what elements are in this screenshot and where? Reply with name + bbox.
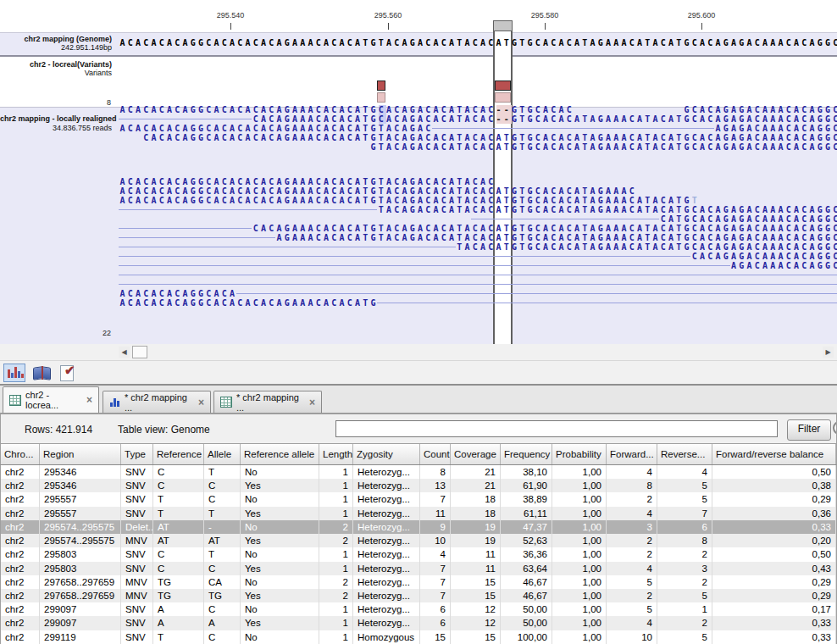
- column-header[interactable]: Reference allele: [241, 444, 319, 464]
- reference-sequence-row: ACACACACAGGCACACACACAGAAACACACATGTACAGAC…: [119, 38, 837, 47]
- table-cell: TG: [153, 575, 204, 589]
- read-row[interactable]: CACAGAGACAAACACAGGC: [119, 252, 837, 261]
- close-tab-icon[interactable]: ×: [309, 397, 315, 408]
- read-row[interactable]: CACACAGGCACACACACAGAAACACACATGTACAGACACA…: [119, 133, 837, 142]
- tab-label: chr2 - locrea...: [25, 390, 80, 410]
- variant-marker[interactable]: [495, 80, 511, 91]
- table-cell: 13: [420, 479, 451, 492]
- column-header[interactable]: Allele: [204, 444, 241, 464]
- read-row[interactable]: TACACATGTGCACACATAGAAACATACATGCACAGAGACA…: [119, 242, 837, 252]
- tab-mapping-table[interactable]: * chr2 mapping ... ×: [213, 391, 322, 413]
- read-row[interactable]: ACACACACAGGCACACACACAGAAACACACATGTACAGAC…: [119, 177, 837, 186]
- book-view-icon[interactable]: [32, 364, 54, 382]
- tab-label: * chr2 mapping ...: [236, 392, 303, 413]
- selected-region-handle[interactable]: [493, 20, 513, 31]
- table-row[interactable]: chr2295574..295575MNVATATYes2Heterozyg..…: [1, 534, 836, 547]
- column-header[interactable]: Chro...: [1, 444, 40, 464]
- table-row[interactable]: chr2297658..297659MNVTGCANo2Heterozyg...…: [1, 575, 836, 589]
- table-cell: 5: [657, 630, 712, 644]
- table-row[interactable]: chr2295346SNVCCYes1Heterozyg...132161,90…: [1, 479, 836, 492]
- table-row[interactable]: chr2299119SNVTCNo1Homozygous1515100,001,…: [1, 630, 836, 644]
- table-cell: 6: [657, 520, 712, 534]
- read-row[interactable]: CACAGAAACACACATGCACAGACACATACAC--GTGCACA…: [119, 114, 837, 124]
- table-cell: 63,64: [501, 562, 552, 575]
- table-cell: 0,33: [712, 630, 836, 644]
- horizontal-scrollbar[interactable]: ◀ ▶: [0, 344, 837, 360]
- tab-mapping-chart[interactable]: * chr2 mapping ... ×: [103, 391, 211, 413]
- table-cell: 1,00: [552, 465, 607, 479]
- table-row[interactable]: chr2299097SNVACNo1Heterozyg...61250,001,…: [1, 602, 836, 616]
- table-row[interactable]: chr2295346SNVCTNo1Heterozyg...82138,101,…: [1, 465, 836, 479]
- column-header[interactable]: Reverse...: [657, 444, 712, 464]
- open-book-icon: [33, 366, 52, 380]
- read-row[interactable]: AGAAACACACATGTACAGACACATACACATGTGCACACAT…: [119, 233, 837, 242]
- reference-allele-marker[interactable]: [377, 92, 385, 103]
- table-row[interactable]: chr2295557SNVTCNo1Heterozyg...71838,891,…: [1, 492, 836, 506]
- scrollbar-thumb[interactable]: [132, 346, 147, 358]
- table-cell: 0,29: [712, 575, 836, 589]
- close-tab-icon[interactable]: ×: [86, 394, 92, 406]
- read-row[interactable]: [119, 270, 837, 280]
- table-cell: 0,29: [712, 589, 836, 602]
- table-cell: 295557: [40, 492, 121, 506]
- track-chart-view-icon[interactable]: [3, 364, 25, 382]
- table-row[interactable]: chr2295803SNVCTNo1Heterozyg...41136,361,…: [1, 547, 836, 561]
- table-cell: 297658..297659: [40, 589, 121, 602]
- table-cell: Yes: [241, 589, 319, 602]
- column-header[interactable]: Type: [121, 444, 153, 464]
- table-row[interactable]: chr2295574..295575Delet...AT-No2Heterozy…: [1, 520, 836, 534]
- close-tab-icon[interactable]: ×: [198, 397, 204, 408]
- filter-options-icon[interactable]: [833, 421, 837, 435]
- table-cell: 3: [657, 562, 712, 575]
- column-header[interactable]: Probability: [552, 444, 607, 464]
- table-cell: 11: [451, 562, 501, 575]
- table-cell: 2: [607, 492, 657, 506]
- column-header[interactable]: Region: [40, 444, 121, 464]
- column-header[interactable]: Count: [420, 444, 451, 464]
- read-row[interactable]: GTACAGACACATACACATGTGCACACATAGAAACATACAT…: [119, 142, 837, 152]
- table-cell: AT: [153, 534, 204, 547]
- table-cell: TG: [204, 589, 241, 602]
- table-check-view-icon[interactable]: ✔: [58, 364, 80, 382]
- read-row[interactable]: ACACACACAGGCACA: [119, 289, 837, 298]
- read-row[interactable]: ACACACACAGGCACACACACAGAAACACACATGCACAGAC…: [119, 105, 837, 114]
- read-row[interactable]: [119, 280, 837, 289]
- read-row[interactable]: ACACACACAGGCACACACACAGAAACACACATGTACAGAC…: [119, 124, 837, 133]
- read-row[interactable]: CATGCACAGAGACAAACACAGGC: [119, 214, 837, 224]
- table-row[interactable]: chr2299097SNVAAYes1Heterozyg...61250,001…: [1, 616, 836, 630]
- column-header[interactable]: Forward...: [607, 444, 657, 464]
- table-cell: Heterozyg...: [353, 547, 420, 561]
- scroll-left-button[interactable]: ◀: [119, 347, 130, 358]
- read-row[interactable]: ACACACACAGGCACACACACAGAAACACACATGTACAGAC…: [119, 186, 837, 196]
- table-cell: 0,36: [712, 507, 836, 520]
- table-cell: 4: [420, 547, 451, 561]
- read-row[interactable]: TACAGACACATACACATGTGCACACATAGAAACATACATG…: [119, 205, 837, 214]
- table-row[interactable]: chr2295803SNVCCYes1Heterozyg...71163,641…: [1, 562, 836, 575]
- table-cell: SNV: [121, 630, 153, 644]
- read-row[interactable]: ACACACACAGGCACACACACAGAAACACACATGTACAGAC…: [119, 196, 837, 205]
- variant-marker[interactable]: [377, 80, 385, 91]
- column-header[interactable]: Reference: [153, 444, 204, 464]
- read-row[interactable]: ACACACACAGGCACACACACAGAAACACACATG: [119, 298, 837, 308]
- table-cell: C: [204, 492, 241, 506]
- table-cell: 3: [607, 520, 657, 534]
- filter-button[interactable]: Filter: [787, 419, 831, 441]
- read-row[interactable]: CACAGAAACACACATGTACAGACACATACACATGTGCACA…: [119, 224, 837, 233]
- filter-search-input[interactable]: [335, 420, 778, 437]
- tab-variant-table[interactable]: chr2 - locrea... ×: [3, 386, 99, 413]
- column-header[interactable]: Forward/reverse balance: [712, 444, 836, 464]
- reads-track-sublabel: 34.836.755 reads: [0, 124, 112, 132]
- table-row[interactable]: chr2295557SNVTTYes1Heterozyg...111861,11…: [1, 507, 836, 520]
- column-header[interactable]: Length: [319, 444, 353, 464]
- read-row[interactable]: AGACAAACACAGGC: [119, 261, 837, 270]
- genome-browser-view[interactable]: 295.540295.560295.580295.600 chr2 mappin…: [0, 0, 837, 344]
- column-header[interactable]: Frequency: [501, 444, 552, 464]
- column-header[interactable]: Zygosity: [353, 444, 420, 464]
- table-cell: Yes: [241, 479, 319, 492]
- sequence-bases: ACACACACAGGCACACACACAGAAACACACATGTACAGAC…: [120, 177, 496, 186]
- scroll-right-button[interactable]: ▶: [823, 347, 834, 358]
- table-cell: 295557: [40, 507, 121, 520]
- reference-allele-marker[interactable]: [495, 92, 511, 103]
- table-row[interactable]: chr2297658..297659MNVTGTGYes2Heterozyg..…: [1, 589, 836, 602]
- column-header[interactable]: Coverage: [451, 444, 501, 464]
